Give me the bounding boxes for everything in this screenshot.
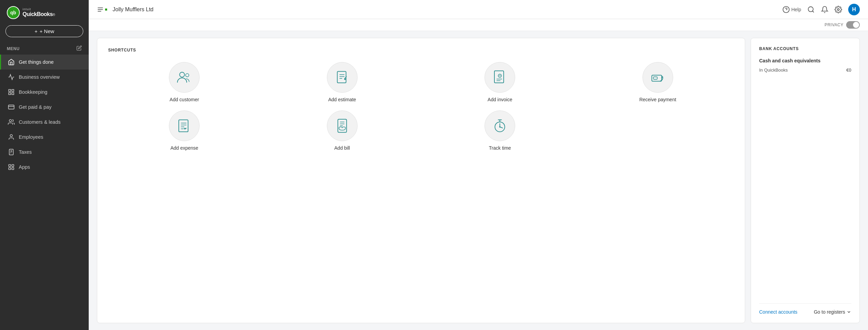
svg-point-8	[10, 135, 13, 137]
add-estimate-icon	[334, 69, 350, 86]
sidebar-item-get-things-done[interactable]: Get things done	[0, 55, 89, 70]
topbar-right: Help H	[782, 4, 860, 15]
shortcut-add-estimate[interactable]: Add estimate	[266, 62, 419, 102]
hamburger-icon	[97, 6, 104, 13]
bank-section-label: Cash and cash equivalents	[759, 58, 851, 63]
goto-registers-label: Go to registers	[814, 309, 845, 315]
add-invoice-icon-circle	[484, 62, 515, 93]
chevron-down-icon	[847, 310, 851, 314]
svg-point-24	[837, 9, 839, 11]
bell-icon	[821, 6, 828, 13]
add-invoice-icon	[492, 69, 508, 86]
sidebar-item-label: Get paid & pay	[19, 104, 52, 110]
svg-rect-1	[9, 90, 11, 92]
sidebar-item-label: Taxes	[19, 149, 32, 155]
sidebar-item-get-paid-pay[interactable]: Get paid & pay	[0, 100, 89, 115]
settings-button[interactable]	[835, 6, 842, 13]
sidebar-item-taxes[interactable]: Taxes	[0, 145, 89, 160]
receive-payment-icon-circle	[642, 62, 673, 93]
goto-registers-button[interactable]: Go to registers	[814, 309, 851, 315]
shortcut-add-customer[interactable]: Add customer	[108, 62, 261, 102]
paid-icon	[8, 104, 15, 110]
help-icon	[782, 6, 790, 13]
svg-rect-39	[653, 77, 657, 79]
search-button[interactable]	[807, 6, 815, 13]
svg-rect-40	[179, 120, 188, 132]
sidebar-item-bookkeeping[interactable]: Bookkeeping	[0, 85, 89, 100]
main-area: Jolly Mufflers Ltd Help	[89, 0, 868, 330]
notifications-button[interactable]	[821, 6, 828, 13]
menu-dot	[105, 9, 107, 11]
sidebar-item-label: Bookkeeping	[19, 89, 47, 95]
add-expense-icon-circle	[169, 110, 200, 141]
bookkeeping-icon	[8, 89, 15, 95]
help-button[interactable]: Help	[782, 6, 801, 13]
apps-icon	[8, 164, 15, 170]
svg-point-25	[180, 72, 185, 77]
svg-point-26	[186, 74, 189, 77]
sidebar-item-apps[interactable]: Apps	[0, 160, 89, 175]
svg-rect-5	[9, 105, 14, 109]
shortcut-receive-payment[interactable]: Receive payment	[582, 62, 734, 102]
svg-rect-4	[12, 93, 14, 95]
shortcut-track-time[interactable]: Track time	[424, 110, 576, 151]
svg-rect-14	[12, 165, 14, 167]
sidebar-item-label: Business overview	[19, 74, 60, 80]
add-expense-icon	[176, 118, 192, 134]
shortcuts-row-2: Add expense Add bill	[108, 110, 734, 151]
shortcuts-card: SHORTCUTS Add customer	[97, 38, 745, 323]
topbar: Jolly Mufflers Ltd Help	[89, 0, 868, 19]
user-avatar[interactable]: H	[848, 4, 860, 15]
intuit-label: intuit	[23, 8, 55, 11]
menu-toggle-button[interactable]	[97, 6, 107, 13]
svg-point-50	[499, 126, 501, 127]
sidebar: qb intuit QuickBooks® + + New MENU	[0, 0, 89, 330]
privacy-toggle[interactable]	[846, 21, 860, 29]
sidebar-item-label: Employees	[19, 134, 43, 140]
sidebar-item-employees[interactable]: Employees	[0, 130, 89, 145]
svg-rect-15	[9, 168, 11, 170]
employees-icon	[8, 134, 15, 140]
chart-icon	[8, 74, 15, 80]
svg-text:qb: qb	[10, 10, 16, 15]
sidebar-item-label: Customers & leads	[19, 119, 61, 125]
shortcut-label: Receive payment	[639, 97, 676, 102]
add-bill-icon-circle	[327, 110, 358, 141]
bank-accounts-card: BANK ACCOUNTS Cash and cash equivalents …	[751, 38, 860, 323]
shortcuts-title: SHORTCUTS	[108, 48, 734, 52]
edit-menu-button[interactable]	[76, 45, 82, 52]
shortcut-add-expense[interactable]: Add expense	[108, 110, 261, 151]
connect-accounts-link[interactable]: Connect accounts	[759, 309, 797, 315]
content-area: SHORTCUTS Add customer	[89, 31, 868, 330]
shortcut-add-invoice[interactable]: Add invoice	[424, 62, 576, 102]
menu-label: MENU	[7, 46, 19, 51]
sidebar-item-label: Get things done	[19, 59, 54, 65]
logo-area: qb intuit QuickBooks®	[0, 0, 89, 25]
shortcut-label: Track time	[489, 145, 511, 151]
topbar-left: Jolly Mufflers Ltd	[97, 6, 782, 13]
nav-items: Get things done Business overview Bookke…	[0, 55, 89, 330]
bank-amount: €0	[847, 68, 851, 73]
receive-payment-icon	[650, 69, 666, 86]
shortcuts-row-1: Add customer Add estimat	[108, 62, 734, 102]
add-customer-icon-circle	[169, 62, 200, 93]
sidebar-item-label: Apps	[19, 164, 30, 170]
track-time-icon	[492, 118, 508, 134]
home-icon	[8, 59, 15, 65]
bank-row: In QuickBooks €0	[759, 68, 851, 73]
track-time-icon-circle	[484, 110, 515, 141]
svg-rect-3	[9, 93, 11, 95]
in-quickbooks-label: In QuickBooks	[759, 68, 788, 73]
shortcut-label: Add bill	[334, 145, 350, 151]
company-name: Jolly Mufflers Ltd	[113, 6, 154, 13]
sidebar-item-customers-leads[interactable]: Customers & leads	[0, 115, 89, 130]
shortcut-label: Add expense	[170, 145, 198, 151]
help-label: Help	[791, 7, 801, 12]
sidebar-item-business-overview[interactable]: Business overview	[0, 70, 89, 85]
shortcut-add-bill[interactable]: Add bill	[266, 110, 419, 151]
menu-header: MENU	[0, 43, 89, 55]
new-button[interactable]: + + New	[5, 25, 83, 37]
svg-line-23	[812, 11, 814, 12]
add-customer-icon	[176, 69, 192, 86]
svg-rect-2	[12, 90, 14, 92]
